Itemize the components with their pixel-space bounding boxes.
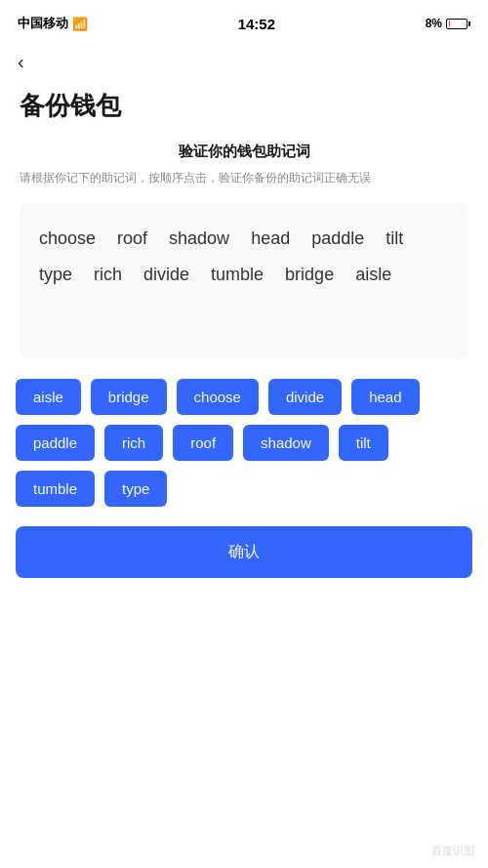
- word-display-area: chooseroofshadowheadpaddletilttyperichdi…: [20, 203, 468, 359]
- section-desc: 请根据你记下的助记词，按顺序点击，验证你备份的助记词正确无误: [20, 169, 468, 187]
- section-title: 验证你的钱包助记词: [20, 143, 468, 161]
- display-word-item: head: [251, 227, 290, 251]
- word-select-button[interactable]: paddle: [16, 425, 95, 461]
- confirm-button[interactable]: 确认: [16, 526, 472, 578]
- word-select-button[interactable]: head: [351, 379, 419, 415]
- word-select-button[interactable]: divide: [268, 379, 342, 415]
- word-select-button[interactable]: shadow: [243, 425, 329, 461]
- display-word-item: type: [39, 263, 72, 287]
- battery-percent: 8%: [426, 17, 442, 30]
- display-word-item: shadow: [169, 227, 229, 251]
- status-right: 8%: [426, 17, 470, 30]
- word-select-button[interactable]: aisle: [16, 379, 81, 415]
- status-bar: 中国移动 📶 14:52 8%: [0, 0, 488, 43]
- display-word-item: tilt: [386, 227, 403, 251]
- status-left: 中国移动 📶: [18, 15, 88, 32]
- time-display: 14:52: [238, 16, 275, 32]
- word-select-button[interactable]: tumble: [16, 471, 95, 507]
- display-word-item: paddle: [311, 227, 364, 251]
- display-word-item: tumble: [211, 263, 264, 287]
- display-word-item: bridge: [285, 263, 334, 287]
- wifi-icon: 📶: [72, 17, 88, 31]
- display-word-item: rich: [94, 263, 122, 287]
- word-select-button[interactable]: bridge: [91, 379, 167, 415]
- word-select-button[interactable]: rich: [104, 425, 163, 461]
- word-select-button[interactable]: roof: [173, 425, 233, 461]
- watermark: 百度识图: [431, 844, 474, 858]
- word-select-button[interactable]: tilt: [339, 425, 388, 461]
- display-word-item: roof: [117, 227, 147, 251]
- word-buttons-grid: aislebridgechoosedivideheadpaddlerichroo…: [0, 379, 488, 507]
- back-button[interactable]: ‹: [0, 43, 488, 81]
- battery-icon: [446, 19, 470, 29]
- word-select-button[interactable]: choose: [177, 379, 259, 415]
- back-arrow-icon: ‹: [18, 51, 24, 73]
- carrier-label: 中国移动: [18, 15, 68, 32]
- verify-section: 验证你的钱包助记词 请根据你记下的助记词，按顺序点击，验证你备份的助记词正确无误…: [0, 143, 488, 359]
- confirm-area: 确认: [0, 526, 488, 578]
- display-word-item: divide: [143, 263, 189, 287]
- word-select-button[interactable]: type: [104, 471, 167, 507]
- display-word-item: aisle: [355, 263, 391, 287]
- display-word-item: choose: [39, 227, 96, 251]
- page-title: 备份钱包: [0, 81, 488, 143]
